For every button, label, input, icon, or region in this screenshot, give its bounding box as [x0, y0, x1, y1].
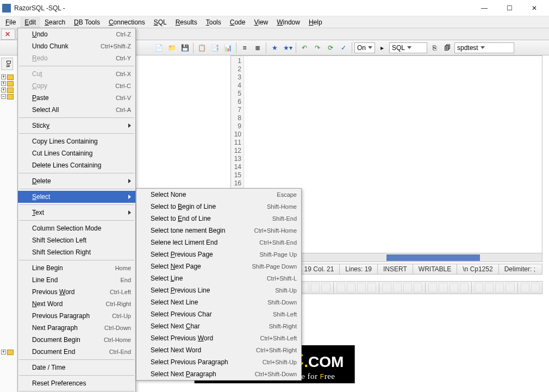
results-tool-button[interactable] [403, 283, 412, 293]
tool-icon[interactable]: 📑 [209, 42, 221, 54]
menu-item-line-end[interactable]: Line EndEnd [18, 274, 135, 286]
menu-item-select-next-line[interactable]: Select Next LineShift-Down [136, 296, 301, 308]
menu-item-cut-lines-containing[interactable]: Cut Lines Containing [18, 147, 135, 159]
menu-item-select-next-word[interactable]: Select Next WordCtrl+Shift-Right [136, 344, 301, 356]
menu-item-select-next-char[interactable]: Select Next CharShift-Right [136, 320, 301, 332]
menu-item-text[interactable]: Text [18, 207, 135, 219]
tree-item[interactable]: + [1, 349, 19, 356]
menu-item-select-previous-line[interactable]: Select Previous LineShift-Up [136, 284, 301, 296]
results-tool-button[interactable] [301, 283, 309, 293]
refresh-icon[interactable]: ⟳ [325, 42, 336, 54]
results-tool-button[interactable] [439, 283, 447, 293]
expander-icon[interactable]: + [1, 81, 6, 86]
results-tool-button[interactable] [382, 283, 391, 293]
expander-icon[interactable]: + [1, 350, 6, 354]
menu-item-select-to-begin-of-line[interactable]: Select to Begin of LineShift-Home [136, 201, 301, 213]
menu-item-previous-paragraph[interactable]: Previous ParagraphCtrl-Up [18, 310, 135, 322]
tool-icon[interactable]: 📋 [196, 42, 208, 54]
results-tool-button[interactable] [367, 283, 376, 293]
menu-item-sticky[interactable]: Sticky [18, 120, 135, 132]
menu-item-shift-selection-right[interactable]: Shift Selection Right [18, 246, 135, 258]
menu-item-previous-word[interactable]: Previous WordCtrl-Left [18, 286, 135, 298]
menu-file[interactable]: File [1, 17, 20, 28]
combo-database[interactable]: spdtest [454, 42, 514, 53]
menu-results[interactable]: Results [171, 17, 202, 28]
redo-icon[interactable]: ↷ [311, 42, 323, 54]
menu-connections[interactable]: Connections [104, 17, 149, 28]
tool-icon[interactable]: ≣ [252, 42, 264, 54]
tool-icon[interactable]: ⎘ [428, 42, 440, 54]
results-tool-button[interactable] [460, 283, 469, 293]
tree-item[interactable]: − [1, 94, 19, 100]
results-tool-button[interactable] [521, 283, 529, 293]
menu-item-shift-selection-left[interactable]: Shift Selection Left [18, 234, 135, 246]
menu-item-copy-lines-containing[interactable]: Copy Lines Containing [18, 135, 135, 147]
tool-icon[interactable]: 📊 [222, 42, 234, 54]
menu-tools[interactable]: Tools [202, 17, 226, 28]
combo-language[interactable]: SQL [389, 42, 427, 53]
menu-item-paste[interactable]: PasteCtrl-V [18, 92, 135, 104]
results-tool-button[interactable] [450, 283, 458, 293]
results-tool-button[interactable] [531, 283, 540, 293]
menu-sql[interactable]: SQL [149, 17, 171, 28]
menu-item-delete[interactable]: Delete [18, 175, 135, 187]
menu-db-tools[interactable]: DB Tools [70, 17, 104, 28]
star-icon[interactable]: ★ [269, 42, 280, 54]
menu-item-next-word[interactable]: Next WordCtrl-Right [18, 298, 135, 310]
menu-item-document-begin[interactable]: Document BeginCtrl-Home [18, 334, 135, 346]
menu-item-select-previous-paragraph[interactable]: Select Previous ParagraphCtrl+Shift-Up [136, 356, 301, 368]
menu-item-select-next-page[interactable]: Select Next PageShift-Page Down [136, 260, 301, 272]
scroll-thumb[interactable] [386, 254, 480, 261]
menu-item-undo[interactable]: UndoCtrl-Z [18, 28, 135, 40]
menu-help[interactable]: Help [304, 17, 327, 28]
results-tool-button[interactable] [475, 283, 483, 293]
results-tool-button[interactable] [495, 283, 504, 293]
star-dropdown-icon[interactable]: ★▾ [282, 42, 294, 54]
menu-item-select-to-end-of-line[interactable]: Select to End of LineShift-End [136, 213, 301, 225]
results-tool-button[interactable] [311, 283, 320, 293]
menu-item-select-previous-char[interactable]: Select Previous CharShift-Left [136, 308, 301, 320]
tool-icon[interactable]: 🗐 [441, 42, 453, 54]
expander-icon[interactable]: + [1, 88, 6, 92]
menu-item-select-none[interactable]: Select NoneEscape [136, 189, 301, 201]
expander-icon[interactable]: − [1, 94, 6, 99]
tool-icon[interactable]: 💾 [179, 42, 191, 54]
tree-item[interactable]: + [1, 87, 19, 94]
execute-icon[interactable]: ▸ [376, 42, 388, 54]
menu-item-select[interactable]: Select [18, 191, 135, 203]
menu-item-column-selection-mode[interactable]: Column Selection Mode [18, 222, 135, 234]
minimize-button[interactable]: — [472, 0, 497, 16]
results-tool-button[interactable] [485, 283, 494, 293]
menu-edit[interactable]: Edit [20, 17, 40, 28]
menu-search[interactable]: Search [40, 17, 70, 28]
tree-item[interactable]: + [1, 80, 19, 87]
menu-item-select-line[interactable]: Select LineCtrl+Shift-L [136, 272, 301, 284]
menu-item-select-tone-nement-begin[interactable]: Select tone nement BeginCtrl+Shift-Home [136, 225, 301, 237]
undo-icon[interactable]: ↶ [298, 42, 310, 54]
tree-item[interactable]: + [1, 74, 19, 80]
menu-item-line-begin[interactable]: Line BeginHome [18, 262, 135, 274]
check-icon[interactable]: ✓ [338, 42, 350, 54]
tool-icon[interactable]: 📄 [153, 42, 165, 54]
close-button[interactable]: ✕ [522, 0, 547, 16]
menu-item-next-paragraph[interactable]: Next ParagraphCtrl-Down [18, 322, 135, 334]
tab-close-all[interactable]: ✕ [1, 29, 15, 40]
tool-icon[interactable]: ≡ [239, 42, 251, 54]
menu-item-document-end[interactable]: Document EndCtrl-End [18, 346, 135, 358]
results-tool-button[interactable] [336, 283, 345, 293]
results-tool-button[interactable] [393, 283, 402, 293]
combo-autocommit[interactable]: On [354, 42, 375, 53]
expander-icon[interactable]: + [1, 74, 6, 79]
results-tool-button[interactable] [347, 283, 355, 293]
results-tool-button[interactable] [357, 283, 366, 293]
maximize-button[interactable]: ☐ [497, 0, 522, 16]
tool-icon[interactable]: 📁 [166, 42, 178, 54]
results-tool-button[interactable] [321, 283, 330, 293]
menu-item-undo-chunk[interactable]: Undo ChunkCtrl+Shift-Z [18, 40, 135, 52]
menu-item-selene-lect-liment-end[interactable]: Selene lect Liment EndCtrl+Shift-End [136, 237, 301, 248]
results-tool-button[interactable] [428, 283, 437, 293]
menu-window[interactable]: Window [272, 17, 304, 28]
menu-item-select-next-paragraph[interactable]: Select Next ParagraphCtrl+Shift-Down [136, 368, 301, 380]
results-tool-button[interactable] [506, 283, 514, 293]
results-tool-button[interactable] [414, 283, 422, 293]
